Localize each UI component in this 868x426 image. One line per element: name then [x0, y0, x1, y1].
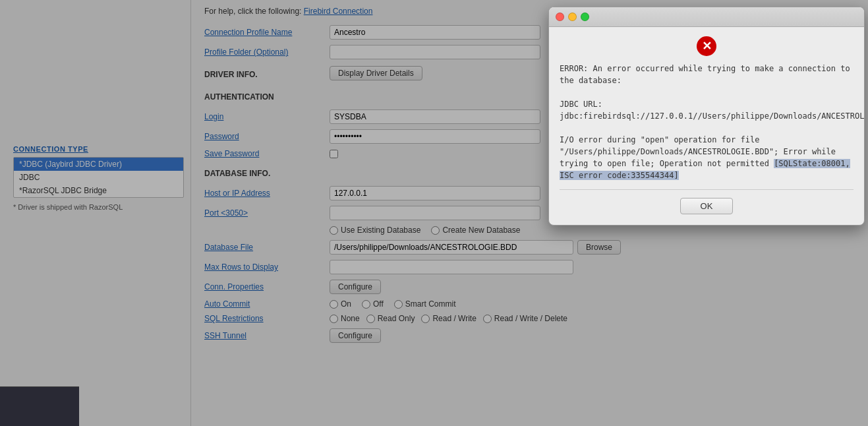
ok-button[interactable]: OK — [680, 198, 734, 214]
error-overlay: ✕ ERROR: An error occurred while trying … — [0, 0, 868, 426]
error-detail2: "/Users/philippe/Downloads/ANCESTROLOGIE… — [560, 147, 836, 156]
error-body: ✕ ERROR: An error occurred while trying … — [549, 27, 864, 225]
error-highlight2: ISC error code:335544344] — [560, 171, 679, 180]
minimize-button[interactable] — [568, 13, 577, 21]
error-highlight1: [SQLState:08001, — [774, 159, 850, 168]
error-icon: ✕ — [697, 36, 716, 56]
error-detail1: I/O error during "open" operation for fi… — [560, 135, 759, 144]
error-message: ERROR: An error occurred while trying to… — [560, 63, 854, 181]
error-detail3: trying to open file; Operation not permi… — [560, 159, 769, 168]
jdbc-url-value: jdbc:firebirdsql://127.0.0.1//Users/phil… — [560, 111, 865, 121]
close-button[interactable] — [556, 13, 564, 21]
error-ok-row: OK — [560, 189, 854, 214]
error-dialog: ✕ ERROR: An error occurred while trying … — [548, 7, 865, 226]
error-line2: the database: — [560, 76, 622, 85]
jdbc-url-label: JDBC URL: — [560, 100, 602, 109]
maximize-button[interactable] — [581, 13, 589, 21]
error-line1: ERROR: An error occurred while trying to… — [560, 64, 850, 73]
error-titlebar — [549, 7, 864, 27]
error-icon-row: ✕ — [560, 36, 854, 56]
